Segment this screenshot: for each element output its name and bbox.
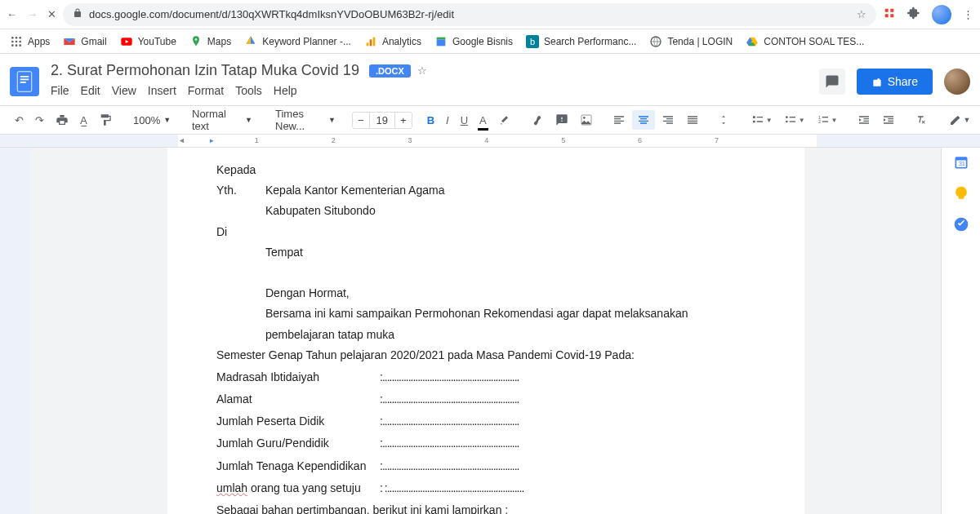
bold-button[interactable]: B	[422, 111, 439, 130]
svg-point-3	[11, 40, 14, 42]
formatting-toolbar: ↶ ↷ A̲ 100% ▼ Normal text ▼ Times New...…	[0, 105, 980, 135]
profile-avatar[interactable]	[932, 5, 951, 24]
bookmark-label: Google Bisnis	[452, 36, 513, 47]
bookmark-maps[interactable]: Maps	[189, 35, 231, 48]
drive-icon	[746, 35, 759, 48]
menu-edit[interactable]: Edit	[81, 84, 100, 97]
comments-button[interactable]	[819, 69, 845, 95]
increase-indent-button[interactable]	[877, 110, 900, 130]
side-panel: 31	[941, 148, 980, 514]
bookmark-search[interactable]: b Search Performanc...	[526, 35, 636, 48]
zoom-dropdown[interactable]: 100% ▼	[127, 111, 176, 130]
lock-icon	[73, 8, 82, 20]
italic-button[interactable]: I	[441, 111, 454, 130]
menu-icon[interactable]: ⋮	[963, 8, 973, 20]
paint-format-button[interactable]	[94, 110, 117, 130]
bullet-list-button[interactable]: ▼	[779, 110, 810, 130]
svg-point-19	[786, 121, 788, 123]
editing-mode-button[interactable]: ▼	[944, 110, 976, 130]
highlight-button[interactable]	[493, 110, 516, 130]
bookmarks-bar: Apps Gmail YouTube Maps Keyword Planner …	[0, 29, 980, 54]
increase-font-button[interactable]: +	[395, 113, 412, 128]
text-color-button[interactable]: A	[474, 111, 492, 130]
text: Semester Genap Tahun pelajaran 2020/2021…	[216, 348, 635, 361]
clear-formatting-button[interactable]	[910, 110, 933, 130]
decrease-indent-button[interactable]	[853, 110, 875, 130]
address-bar[interactable]: ☆	[63, 3, 876, 26]
url-input[interactable]	[89, 8, 850, 20]
bookmark-apps[interactable]: Apps	[10, 35, 50, 48]
bookmark-contoh[interactable]: CONTOH SOAL TES...	[746, 35, 864, 48]
field-label: Jumlah Guru/Pendidik	[216, 433, 380, 454]
bookmark-label: Tenda | LOGIN	[667, 36, 733, 47]
document-title[interactable]: 2. Surat Permohonan Izin Tatap Muka Covi…	[47, 60, 363, 81]
field-dots: :.......................................…	[380, 389, 519, 410]
menu-help[interactable]: Help	[274, 84, 297, 97]
checklist-button[interactable]: ▼	[746, 110, 777, 130]
page[interactable]: Kepada Yth.Kepala Kantor Kementerian Aga…	[167, 148, 804, 514]
svg-point-18	[786, 116, 788, 118]
stop-icon[interactable]: ✕	[47, 8, 56, 20]
menu-tools[interactable]: Tools	[235, 84, 262, 97]
menu-insert[interactable]: Insert	[148, 84, 176, 97]
extension-icon[interactable]	[883, 7, 896, 22]
bookmark-bisnis[interactable]: Google Bisnis	[434, 35, 513, 48]
menu-view[interactable]: View	[112, 84, 136, 97]
spellcheck-button[interactable]: A̲	[75, 111, 92, 130]
outline-gutter[interactable]	[0, 148, 31, 514]
bookmark-tenda[interactable]: Tenda | LOGIN	[649, 35, 733, 48]
keep-icon[interactable]	[953, 185, 969, 202]
line-spacing-button[interactable]	[714, 110, 737, 130]
menu-file[interactable]: File	[51, 84, 69, 97]
svg-point-8	[19, 44, 21, 47]
svg-point-7	[16, 44, 18, 47]
maps-icon	[189, 35, 203, 48]
style-dropdown[interactable]: Normal text ▼	[185, 104, 259, 135]
analytics-icon	[364, 35, 377, 48]
svg-text:2: 2	[818, 119, 821, 124]
insert-link-button[interactable]	[526, 110, 549, 130]
ruler[interactable]: ◄ ▸ 1 2 3 4 5 6 7	[0, 135, 980, 148]
redo-button[interactable]: ↷	[30, 111, 49, 130]
svg-text:31: 31	[958, 160, 964, 167]
star-icon[interactable]: ☆	[857, 8, 866, 20]
decrease-font-button[interactable]: −	[353, 113, 369, 128]
forward-icon[interactable]: →	[27, 8, 38, 20]
bookmark-youtube[interactable]: YouTube	[120, 35, 176, 48]
calendar-icon[interactable]: 31	[953, 154, 969, 171]
bookmark-label: Gmail	[81, 36, 106, 47]
bookmark-gmail[interactable]: Gmail	[63, 35, 106, 48]
align-center-button[interactable]	[632, 110, 655, 130]
back-icon[interactable]: ←	[7, 8, 17, 20]
bookmark-keyword[interactable]: Keyword Planner -...	[244, 35, 351, 48]
tasks-icon[interactable]	[953, 216, 969, 233]
svg-point-10	[195, 38, 198, 41]
insert-image-button[interactable]	[575, 110, 598, 130]
align-justify-button[interactable]	[681, 110, 704, 130]
menu-format[interactable]: Format	[188, 84, 224, 97]
font-dropdown[interactable]: Times New... ▼	[269, 104, 342, 135]
insert-comment-button[interactable]	[550, 110, 573, 130]
globe-icon	[649, 35, 662, 48]
align-right-button[interactable]	[657, 110, 679, 130]
document-canvas[interactable]: Kepada Yth.Kepala Kantor Kementerian Aga…	[31, 148, 941, 514]
bookmark-analytics[interactable]: Analytics	[364, 35, 421, 48]
docs-logo[interactable]	[10, 67, 39, 96]
numbered-list-button[interactable]: 12▼	[812, 110, 843, 130]
text: Kepada	[216, 160, 256, 180]
docx-badge: .DOCX	[369, 64, 411, 78]
field-label: Jumlah Tenaga Kependidikan	[216, 456, 380, 476]
align-left-button[interactable]	[608, 110, 630, 130]
extensions-icon[interactable]	[907, 7, 920, 22]
font-size-value[interactable]: 19	[369, 113, 395, 128]
star-icon[interactable]: ☆	[417, 64, 427, 77]
user-avatar[interactable]	[944, 69, 970, 95]
underline-button[interactable]: U	[456, 111, 473, 130]
undo-button[interactable]: ↶	[10, 111, 29, 130]
print-button[interactable]	[51, 110, 74, 130]
bookmark-label: Analytics	[382, 36, 421, 47]
text: Di	[216, 225, 227, 238]
share-button[interactable]: Share	[857, 69, 933, 95]
text: Kepala Kantor Kementerian Agama	[265, 180, 444, 201]
content-area: Kepada Yth.Kepala Kantor Kementerian Aga…	[0, 148, 980, 514]
